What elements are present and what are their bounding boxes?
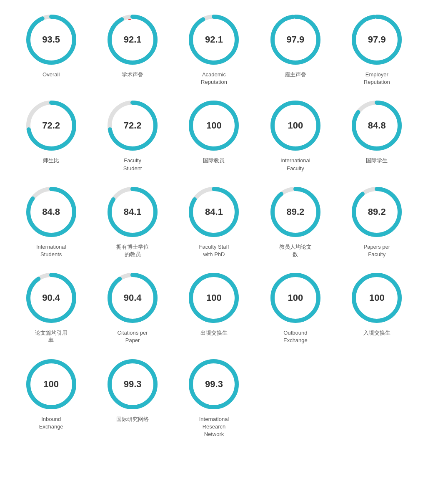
donut-value-18: 100 (288, 292, 303, 303)
metric-label-1: 学术声誉 (122, 71, 143, 78)
donut-value-13: 89.2 (286, 207, 304, 217)
metric-item-11: 84.1拥有博士学位的教员 (94, 185, 171, 258)
metric-item-13: 89.2教员人均论文数 (257, 185, 334, 258)
donut-value-15: 90.4 (42, 292, 60, 303)
metric-item-14: 89.2Papers perFaculty (338, 185, 415, 258)
metric-label-10: InternationalStudents (36, 243, 66, 258)
metric-label-21: 国际研究网络 (116, 416, 149, 423)
metric-item-9: 84.8国际学生 (338, 98, 415, 172)
donut-wrap-16: 90.4 (105, 271, 160, 325)
donut-wrap-14: 89.2 (350, 185, 404, 239)
donut-value-3: 97.9 (286, 34, 304, 45)
metric-item-15: 90.4论文篇均引用率 (13, 271, 90, 344)
donut-value-9: 84.8 (368, 120, 386, 131)
metric-item-8: 100InternationalFaculty (257, 98, 334, 172)
donut-value-11: 84.1 (124, 207, 142, 217)
metric-label-19: 入境交换生 (363, 329, 390, 337)
metric-item-3: 97.9雇主声誉 (257, 13, 334, 86)
donut-value-6: 72.2 (124, 120, 142, 131)
metric-item-4: 97.9EmployerReputation (338, 13, 415, 86)
donut-wrap-6: 72.2 (105, 98, 160, 153)
metric-label-17: 出境交换生 (200, 329, 228, 337)
donut-value-22: 99.3 (205, 379, 223, 390)
donut-wrap-13: 89.2 (268, 185, 323, 239)
metric-item-5: 72.2师生比 (13, 98, 90, 172)
donut-value-21: 99.3 (124, 379, 142, 390)
donut-wrap-9: 84.8 (350, 98, 404, 153)
metric-label-22: InternationalResearchNetwork (199, 416, 229, 438)
metric-label-15: 论文篇均引用率 (35, 329, 68, 344)
donut-wrap-0: 93.5 (24, 13, 78, 67)
metric-item-2: 92.1AcademicReputation (175, 13, 253, 86)
donut-wrap-4: 97.9 (350, 13, 404, 67)
metric-label-6: FacultyStudent (123, 157, 142, 172)
donut-value-4: 97.9 (368, 34, 386, 45)
metric-label-20: InboundExchange (39, 416, 63, 431)
metric-label-8: InternationalFaculty (280, 157, 310, 172)
donut-wrap-15: 90.4 (24, 271, 78, 325)
metric-label-5: 师生比 (43, 157, 59, 164)
metric-item-6: 72.2FacultyStudent (94, 98, 171, 172)
donut-wrap-10: 84.8 (24, 185, 78, 239)
donut-value-20: 100 (43, 379, 59, 390)
donut-value-8: 100 (288, 120, 303, 131)
metric-label-9: 国际学生 (366, 157, 388, 164)
donut-value-1: 92.1 (124, 34, 142, 45)
donut-value-10: 84.8 (42, 207, 60, 217)
donut-wrap-12: 84.1 (187, 185, 241, 239)
donut-value-0: 93.5 (42, 34, 60, 45)
metric-item-16: 90.4Citations perPaper (94, 271, 171, 344)
metric-item-19: 100入境交换生 (338, 271, 415, 344)
metric-label-18: OutboundExchange (283, 329, 308, 344)
metric-item-22: 99.3InternationalResearchNetwork (175, 357, 253, 438)
donut-wrap-20: 100 (24, 357, 78, 411)
donut-wrap-1: 92.1 (105, 13, 160, 67)
donut-wrap-3: 97.9 (268, 13, 323, 67)
metric-item-20: 100InboundExchange (13, 357, 90, 438)
metric-label-14: Papers perFaculty (363, 243, 390, 258)
donut-value-12: 84.1 (205, 207, 223, 217)
donut-wrap-21: 99.3 (105, 357, 160, 411)
donut-wrap-22: 99.3 (187, 357, 241, 411)
metric-label-0: Overall (43, 71, 60, 78)
metric-item-1: 92.1学术声誉 (94, 13, 171, 86)
donut-value-5: 72.2 (42, 120, 60, 131)
donut-wrap-11: 84.1 (105, 185, 160, 239)
metrics-grid: 93.5Overall92.1学术声誉92.1AcademicReputatio… (4, 8, 424, 442)
donut-wrap-19: 100 (350, 271, 404, 325)
donut-value-19: 100 (369, 292, 385, 303)
donut-value-2: 92.1 (205, 34, 223, 45)
donut-wrap-17: 100 (187, 271, 241, 325)
metric-item-21: 99.3国际研究网络 (94, 357, 171, 438)
metric-label-4: EmployerReputation (364, 71, 390, 86)
metric-label-3: 雇主声誉 (285, 71, 306, 78)
metric-label-7: 国际教员 (203, 157, 225, 164)
metric-label-13: 教员人均论文数 (279, 243, 312, 258)
metric-item-18: 100OutboundExchange (257, 271, 334, 344)
metric-item-17: 100出境交换生 (175, 271, 253, 344)
metric-item-0: 93.5Overall (13, 13, 90, 86)
donut-value-7: 100 (206, 120, 222, 131)
metric-label-11: 拥有博士学位的教员 (116, 243, 149, 258)
donut-value-16: 90.4 (124, 292, 142, 303)
metric-label-2: AcademicReputation (201, 71, 227, 86)
donut-wrap-7: 100 (187, 98, 241, 153)
donut-wrap-18: 100 (268, 271, 323, 325)
donut-wrap-2: 92.1 (187, 13, 241, 67)
metric-item-12: 84.1Faculty Staffwith PhD (175, 185, 253, 258)
donut-value-17: 100 (206, 292, 222, 303)
metric-label-16: Citations perPaper (118, 329, 148, 344)
metric-item-7: 100国际教员 (175, 98, 253, 172)
donut-value-14: 89.2 (368, 207, 386, 217)
donut-wrap-8: 100 (268, 98, 323, 153)
metric-label-12: Faculty Staffwith PhD (199, 243, 229, 258)
metric-item-10: 84.8InternationalStudents (13, 185, 90, 258)
donut-wrap-5: 72.2 (24, 98, 78, 153)
